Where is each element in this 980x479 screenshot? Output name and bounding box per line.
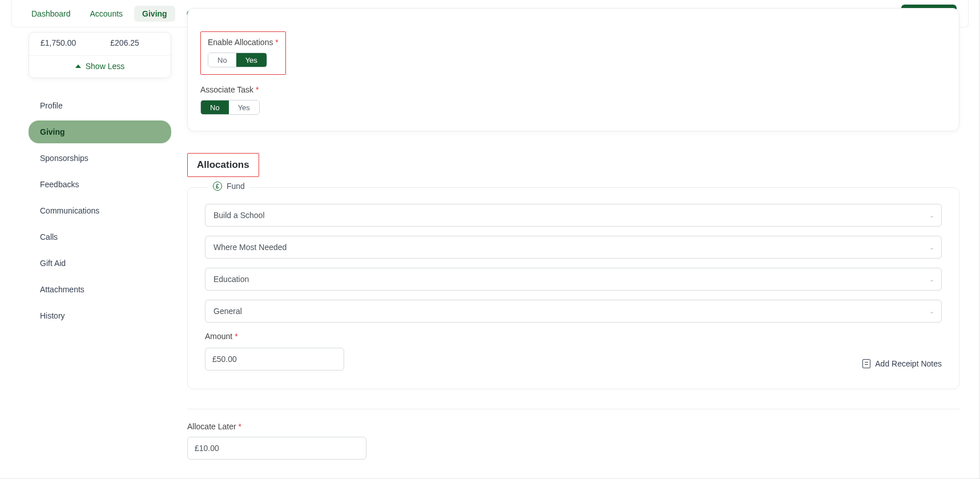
associate-task-toggle[interactable]: No Yes — [200, 100, 260, 115]
summary-amount-2: £206.25 — [110, 38, 139, 47]
allocations-title: Allocations — [197, 159, 249, 170]
enable-allocations-no[interactable]: No — [208, 53, 236, 67]
enable-allocations-label: Enable Allocations * — [208, 38, 279, 47]
nav-giving[interactable]: Giving — [134, 6, 175, 22]
sidebar-item-giving[interactable]: Giving — [29, 120, 171, 143]
sidebar-item-sponsorships[interactable]: Sponsorships — [29, 147, 171, 170]
enable-allocations-group: Enable Allocations * No Yes — [200, 31, 286, 75]
sidebar-column: £1,750.00 £206.25 Show Less Profile Givi… — [29, 32, 171, 331]
amount-row: Amount * Add Receipt Notes — [205, 332, 942, 371]
chevron-down-icon: ⌄ — [929, 276, 934, 283]
fund-icon: £ — [213, 182, 222, 191]
amount-input[interactable] — [205, 348, 344, 371]
allocate-later-label-text: Allocate Later — [187, 422, 236, 431]
fund-select-4[interactable]: General ⌄ — [205, 300, 942, 323]
allocate-later-group: Allocate Later * — [187, 422, 959, 460]
enable-allocations-label-text: Enable Allocations — [208, 38, 273, 47]
add-receipt-notes-button[interactable]: Add Receipt Notes — [862, 359, 942, 368]
sidebar-item-feedbacks[interactable]: Feedbacks — [29, 173, 171, 196]
caret-up-icon — [75, 65, 81, 68]
amount-label-text: Amount — [205, 332, 232, 341]
sidebar-item-attachments[interactable]: Attachments — [29, 278, 171, 301]
fund-select-2-value: Where Most Needed — [213, 243, 287, 252]
fund-select-3-value: Education — [213, 275, 249, 284]
summary-card: £1,750.00 £206.25 Show Less — [29, 32, 171, 78]
divider — [187, 409, 959, 409]
required-asterisk: * — [256, 85, 259, 94]
sidebar-item-communications[interactable]: Communications — [29, 199, 171, 222]
show-less-toggle[interactable]: Show Less — [29, 55, 171, 78]
fund-select-2[interactable]: Where Most Needed ⌄ — [205, 236, 942, 259]
enable-allocations-yes[interactable]: Yes — [236, 53, 267, 67]
sidebar-item-gift-aid[interactable]: Gift Aid — [29, 252, 171, 275]
chevron-down-icon: ⌄ — [929, 308, 934, 315]
associate-task-label-text: Associate Task — [200, 85, 253, 94]
fund-select-1[interactable]: Build a School ⌄ — [205, 204, 942, 227]
associate-task-group: Associate Task * No Yes — [200, 85, 946, 115]
allocate-later-label: Allocate Later * — [187, 422, 959, 431]
settings-card: Enable Allocations * No Yes Associate Ta… — [187, 8, 959, 131]
show-less-label: Show Less — [86, 62, 124, 71]
nav-dashboard[interactable]: Dashboard — [23, 6, 79, 22]
required-asterisk: * — [235, 332, 237, 341]
fund-select-3[interactable]: Education ⌄ — [205, 268, 942, 291]
summary-amount-1: £1,750.00 — [41, 38, 76, 47]
fund-select-1-value: Build a School — [213, 211, 265, 220]
main-column: Enable Allocations * No Yes Associate Ta… — [187, 8, 959, 479]
enable-allocations-toggle[interactable]: No Yes — [208, 53, 267, 67]
amount-label: Amount * — [205, 332, 344, 341]
fund-select-4-value: General — [213, 307, 242, 316]
required-asterisk: * — [275, 38, 278, 47]
fund-fieldset: £ Fund Build a School ⌄ Where Most Neede… — [187, 187, 959, 389]
associate-task-yes[interactable]: Yes — [229, 100, 259, 114]
sidebar-item-profile[interactable]: Profile — [29, 94, 171, 117]
add-receipt-notes-label: Add Receipt Notes — [875, 359, 942, 368]
required-asterisk: * — [239, 422, 241, 431]
nav-accounts[interactable]: Accounts — [82, 6, 131, 22]
fund-legend: £ Fund — [208, 182, 249, 191]
file-text-icon — [862, 359, 870, 368]
allocations-section: Allocations £ Fund Build a School ⌄ Wher… — [187, 153, 959, 460]
chevron-down-icon: ⌄ — [929, 212, 934, 219]
sidebar-item-history[interactable]: History — [29, 304, 171, 327]
summary-amounts: £1,750.00 £206.25 — [29, 33, 171, 55]
sidebar-menu: Profile Giving Sponsorships Feedbacks Co… — [29, 94, 171, 327]
chevron-down-icon: ⌄ — [929, 244, 934, 251]
associate-task-no[interactable]: No — [201, 100, 229, 114]
allocate-later-input[interactable] — [187, 437, 366, 460]
amount-block: Amount * — [205, 332, 344, 371]
associate-task-label: Associate Task * — [200, 85, 946, 94]
sidebar-item-calls[interactable]: Calls — [29, 226, 171, 248]
allocations-title-box: Allocations — [187, 153, 259, 177]
fund-legend-text: Fund — [227, 182, 245, 191]
